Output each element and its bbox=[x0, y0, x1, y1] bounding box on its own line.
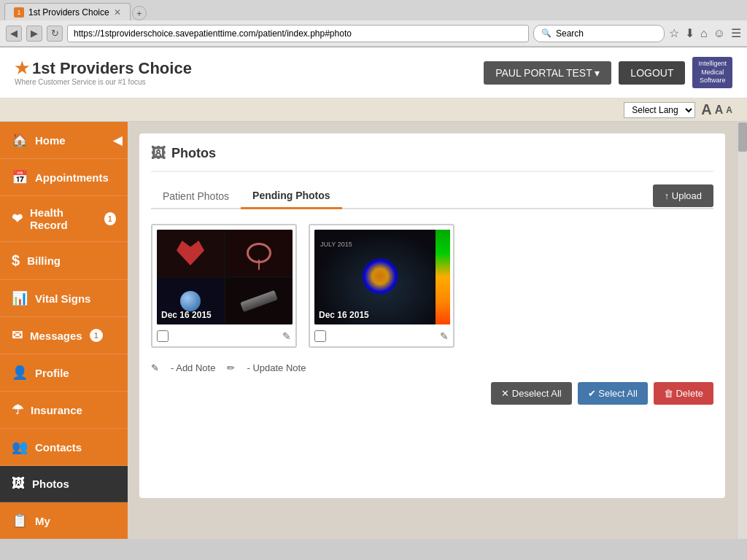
app-header: ★ 1st Providers Choice Where Customer Se… bbox=[0, 47, 747, 98]
page-title: Photos bbox=[171, 146, 216, 161]
billing-icon: $ bbox=[12, 252, 20, 269]
photo-item-2: JULY 2015 Dec 16 2015 ✎ bbox=[309, 224, 454, 348]
update-note-icon: ✏ bbox=[227, 362, 235, 373]
tab-close-icon[interactable]: ✕ bbox=[114, 7, 121, 18]
sidebar-item-label: Home bbox=[35, 134, 66, 147]
sidebar-item-insurance[interactable]: ☂ Insurance bbox=[0, 392, 128, 429]
color-doppler bbox=[362, 258, 398, 295]
sidebar-item-label: Insurance bbox=[31, 404, 82, 416]
tab-pending-photos[interactable]: Pending Photos bbox=[241, 184, 342, 209]
actions-row: ✕ Deselect All ✔ Select All 🗑 Delete bbox=[151, 382, 713, 405]
home-nav-icon[interactable]: ⌂ bbox=[700, 27, 708, 40]
messages-badge: 1 bbox=[90, 329, 103, 342]
photos-icon: 🖼 bbox=[12, 476, 25, 491]
delete-button[interactable]: 🗑 Delete bbox=[654, 382, 713, 405]
sidebar-item-my[interactable]: 📋 My bbox=[0, 502, 128, 539]
back-button[interactable]: ◀ bbox=[6, 26, 22, 42]
forward-button[interactable]: ▶ bbox=[26, 26, 42, 42]
photo-checkbox-2[interactable] bbox=[314, 330, 326, 342]
heart-outline bbox=[247, 243, 271, 263]
health-badge: 1 bbox=[104, 212, 116, 225]
tab-favicon: 1 bbox=[14, 7, 24, 18]
collapse-icon[interactable]: ◀ bbox=[113, 133, 122, 147]
sidebar-item-health-record[interactable]: ❤ Health Record 1 bbox=[0, 196, 128, 242]
photo-edit-icon-2[interactable]: ✎ bbox=[440, 330, 449, 342]
sidebar-item-label: Health Record bbox=[30, 206, 97, 231]
photo-thumb-1: Dec 16 2015 bbox=[157, 230, 293, 324]
sidebar-item-contacts[interactable]: 👥 Contacts bbox=[0, 429, 128, 466]
ims-logo: Intelligent Medical Software bbox=[692, 57, 732, 88]
language-bar: Select Lang A A A bbox=[0, 98, 747, 122]
font-normal-button[interactable]: A bbox=[715, 101, 724, 118]
browser-chrome: 1 1st Providers Choice ✕ + ◀ ▶ ↻ https:/… bbox=[0, 0, 747, 47]
my-icon: 📋 bbox=[12, 513, 28, 529]
sidebar-item-billing[interactable]: $ Billing bbox=[0, 242, 128, 280]
search-icon: 🔍 bbox=[541, 28, 551, 38]
photo-thumb-2: JULY 2015 Dec 16 2015 bbox=[314, 230, 450, 324]
sidebar-item-profile[interactable]: 👤 Profile bbox=[0, 354, 128, 392]
browser-search-bar[interactable]: 🔍 Search bbox=[533, 25, 665, 42]
messages-icon: ✉ bbox=[12, 327, 23, 343]
select-all-button[interactable]: ✔ Select All bbox=[578, 382, 648, 405]
color-scale-bar bbox=[436, 230, 450, 324]
tab-patient-photos[interactable]: Patient Photos bbox=[151, 184, 241, 209]
photo-edit-icon-1[interactable]: ✎ bbox=[282, 330, 291, 342]
upload-button[interactable]: ↑ Upload bbox=[653, 184, 713, 207]
user-menu-button[interactable]: PAUL PORTAL TEST ▾ bbox=[484, 61, 611, 85]
sidebar-item-label: Profile bbox=[35, 367, 69, 379]
main-layout: 🏠 Home ◀ 📅 Appointments ❤ Health Record … bbox=[0, 122, 747, 539]
language-select[interactable]: Select Lang bbox=[624, 102, 695, 118]
download-icon[interactable]: ⬇ bbox=[685, 26, 694, 40]
contacts-icon: 👥 bbox=[12, 439, 28, 455]
scroll-thumb[interactable] bbox=[738, 122, 747, 152]
scrollbar[interactable] bbox=[737, 122, 747, 539]
probe-shape bbox=[240, 290, 278, 312]
img-cell-2 bbox=[225, 230, 293, 276]
sidebar-item-label: Billing bbox=[27, 254, 61, 267]
url-bar[interactable]: https://1stproviderschoice.savepatientti… bbox=[67, 25, 529, 42]
health-icon: ❤ bbox=[12, 211, 23, 227]
photo-checkbox-1[interactable] bbox=[157, 330, 169, 342]
header-actions: PAUL PORTAL TEST ▾ LOGOUT Intelligent Me… bbox=[484, 57, 732, 88]
nav-icons: ☆ ⬇ ⌂ ☺ ☰ bbox=[669, 26, 741, 40]
reload-button[interactable]: ↻ bbox=[47, 26, 63, 42]
img-cell-4 bbox=[225, 278, 293, 324]
vitals-icon: 📊 bbox=[12, 290, 28, 306]
sidebar-item-vital-signs[interactable]: 📊 Vital Signs bbox=[0, 280, 128, 317]
sidebar-item-label: Photos bbox=[32, 478, 69, 490]
logo-area: ★ 1st Providers Choice Where Customer Se… bbox=[15, 59, 484, 86]
sidebar-item-photos[interactable]: 🖼 Photos bbox=[0, 466, 128, 502]
img-cell-1 bbox=[157, 230, 224, 276]
sidebar-item-label: Contacts bbox=[35, 441, 82, 454]
logout-button[interactable]: LOGOUT bbox=[619, 61, 685, 85]
new-tab-button[interactable]: + bbox=[132, 6, 147, 20]
font-increase-button[interactable]: A bbox=[701, 101, 711, 118]
sidebar: 🏠 Home ◀ 📅 Appointments ❤ Health Record … bbox=[0, 122, 128, 539]
photos-page-icon: 🖼 bbox=[151, 145, 166, 162]
user-nav-icon[interactable]: ☺ bbox=[713, 27, 725, 40]
menu-icon[interactable]: ☰ bbox=[731, 26, 741, 40]
logo-text: 1st Providers Choice bbox=[32, 59, 192, 78]
sidebar-item-label: Messages bbox=[30, 330, 82, 342]
sphere-shape bbox=[180, 291, 201, 311]
active-tab[interactable]: 1 1st Providers Choice ✕ bbox=[4, 3, 131, 20]
font-decrease-button[interactable]: A bbox=[726, 101, 732, 118]
photo-controls-2: ✎ bbox=[314, 330, 449, 342]
nav-bar: ◀ ▶ ↻ https://1stproviderschoice.savepat… bbox=[0, 20, 747, 47]
sidebar-item-label: Appointments bbox=[35, 171, 109, 184]
sidebar-item-home[interactable]: 🏠 Home ◀ bbox=[0, 122, 128, 159]
tabs-row: Patient Photos Pending Photos ↑ Upload bbox=[151, 184, 713, 209]
profile-icon: 👤 bbox=[12, 365, 28, 381]
sidebar-item-appointments[interactable]: 📅 Appointments bbox=[0, 159, 128, 196]
deselect-all-button[interactable]: ✕ Deselect All bbox=[491, 382, 572, 405]
notes-row: ✎ - Add Note ✏ - Update Note bbox=[151, 362, 713, 373]
bookmark-icon[interactable]: ☆ bbox=[669, 26, 679, 40]
sidebar-item-label: My bbox=[35, 515, 50, 527]
update-note-label: - Update Note bbox=[247, 362, 306, 373]
sidebar-item-label: Vital Signs bbox=[35, 292, 90, 305]
url-text: https://1stproviderschoice.savepatientti… bbox=[74, 28, 352, 39]
sidebar-item-messages[interactable]: ✉ Messages 1 bbox=[0, 317, 128, 354]
logo-star: ★ bbox=[15, 59, 29, 78]
photo-date-2: Dec 16 2015 bbox=[319, 310, 369, 320]
photo-controls-1: ✎ bbox=[157, 330, 291, 342]
